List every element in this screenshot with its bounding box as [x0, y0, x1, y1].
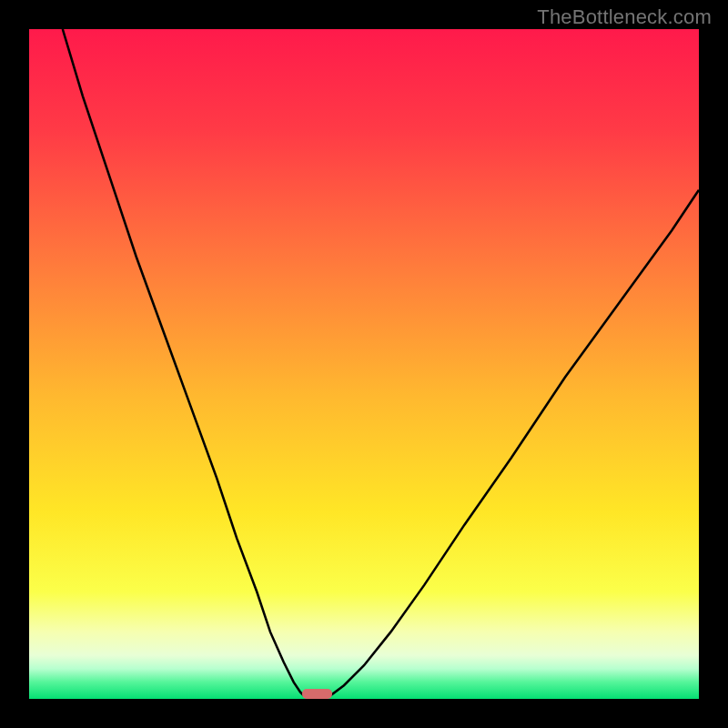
watermark-text: TheBottleneck.com	[537, 5, 712, 29]
chart-frame: TheBottleneck.com	[0, 0, 728, 728]
plot-area	[29, 29, 699, 699]
curve-layer	[29, 29, 699, 699]
baseline-marker	[302, 689, 333, 699]
left-curve	[63, 29, 304, 695]
right-curve	[330, 190, 699, 696]
